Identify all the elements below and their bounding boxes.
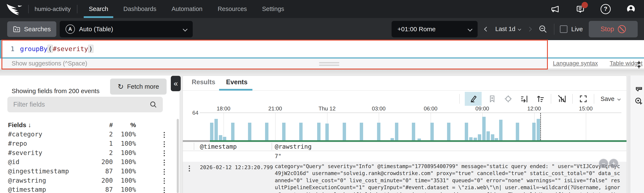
- rawstring-column-header[interactable]: @rawstring: [275, 143, 312, 150]
- histogram-bar[interactable]: [390, 138, 394, 140]
- field-row[interactable]: @rawstring200100%: [0, 176, 180, 185]
- annotate-pencil-button[interactable]: [465, 92, 482, 106]
- timestamp-column-header[interactable]: @timestamp: [200, 143, 237, 150]
- histogram-bar[interactable]: [265, 123, 268, 140]
- field-row[interactable]: @ingesttimestamp87100%: [0, 167, 180, 176]
- histogram-bar[interactable]: [219, 135, 222, 140]
- save-button[interactable]: Save: [599, 95, 622, 102]
- histogram-bar[interactable]: [532, 123, 536, 140]
- announcements-megaphone-icon[interactable]: [550, 4, 560, 14]
- live-checkbox[interactable]: [560, 25, 568, 33]
- repository-name[interactable]: humio-activity: [34, 6, 71, 13]
- account-avatar-icon[interactable]: [626, 4, 636, 14]
- notifications-message-icon[interactable]: [575, 4, 586, 14]
- field-menu-kebab-icon[interactable]: [164, 187, 165, 188]
- histogram-bar[interactable]: [491, 134, 494, 140]
- histogram-bar[interactable]: [343, 123, 346, 140]
- live-toggle[interactable]: Live: [560, 25, 583, 33]
- histogram-bar[interactable]: [317, 123, 320, 140]
- jump-to-line-button[interactable]: [519, 92, 530, 106]
- nav-item-resources[interactable]: Resources: [216, 0, 248, 18]
- tab-events[interactable]: Events: [226, 78, 248, 86]
- fields-column-header[interactable]: Fields ↓: [0, 121, 101, 129]
- help-icon[interactable]: ?: [600, 4, 611, 14]
- panel-scrollbar-track[interactable]: [627, 76, 630, 193]
- table-row-partial[interactable]: 7": [183, 151, 626, 162]
- sort-ascending-button[interactable]: [535, 92, 546, 106]
- view-mode-dropdown[interactable]: A Auto (Table): [60, 21, 193, 37]
- field-row[interactable]: #category2100%: [0, 130, 180, 139]
- sidebar-scrollbar[interactable]: [177, 119, 179, 193]
- histogram-bar[interactable]: [412, 123, 415, 140]
- histogram-bar[interactable]: [478, 134, 481, 140]
- language-syntax-link[interactable]: Language syntax: [553, 60, 598, 67]
- histogram-bar[interactable]: [486, 131, 490, 140]
- hide-histogram-button[interactable]: [556, 92, 567, 106]
- histogram-bar[interactable]: [474, 138, 477, 140]
- histogram-bar[interactable]: [499, 120, 502, 140]
- nav-item-automation[interactable]: Automation: [170, 0, 204, 18]
- field-menu-kebab-icon[interactable]: [164, 178, 165, 179]
- time-forward-chevron-icon[interactable]: [527, 27, 532, 32]
- collapse-editor-icon[interactable]: [634, 60, 644, 69]
- time-back-chevron-icon[interactable]: [484, 27, 489, 32]
- click-target-icon[interactable]: [634, 97, 644, 106]
- histogram-bar[interactable]: [465, 123, 468, 140]
- field-menu-kebab-icon[interactable]: [164, 132, 165, 133]
- horizontal-scrollbar-track[interactable]: [183, 140, 626, 142]
- field-menu-kebab-icon[interactable]: [164, 141, 165, 142]
- filter-fields-input[interactable]: [13, 101, 149, 109]
- nav-item-search[interactable]: Search: [88, 0, 110, 18]
- histogram-bar[interactable]: [299, 123, 302, 140]
- searches-button[interactable]: Searches: [7, 21, 56, 37]
- histogram-bar[interactable]: [360, 123, 363, 140]
- zoom-in-circle-icon[interactable]: +: [609, 159, 618, 168]
- histogram-bar[interactable]: [469, 137, 472, 140]
- field-menu-kebab-icon[interactable]: [164, 169, 165, 170]
- histogram-bar[interactable]: [248, 123, 251, 140]
- stop-button[interactable]: Stop: [589, 21, 638, 37]
- query-editor[interactable]: 1 groupBy(#severity): [0, 40, 644, 57]
- fullscreen-button[interactable]: [578, 92, 589, 106]
- collapse-sidebar-button[interactable]: «: [171, 76, 181, 91]
- histogram-bar[interactable]: [377, 123, 380, 140]
- histogram-bar[interactable]: [210, 123, 214, 140]
- field-menu-kebab-icon[interactable]: [164, 150, 165, 152]
- suggestions-bar[interactable]: Show suggestions (^Space): [0, 59, 548, 68]
- zoom-out-time-icon[interactable]: [538, 25, 548, 34]
- crosshair-button[interactable]: [503, 92, 514, 106]
- histogram-bar[interactable]: [325, 123, 329, 140]
- histogram-bar[interactable]: [537, 119, 540, 140]
- histogram-bar[interactable]: [231, 123, 234, 140]
- bookmark-remove-button[interactable]: [487, 92, 498, 106]
- histogram-plot[interactable]: 18:0021:00Thu 1203:0006:0009:0012:0015:0…: [200, 113, 622, 140]
- histogram-bar[interactable]: [395, 123, 398, 140]
- tab-results[interactable]: Results: [192, 78, 215, 86]
- field-row[interactable]: @timestamp87100%: [0, 185, 180, 193]
- horizontal-scrollbar-thumb[interactable]: [210, 140, 626, 142]
- histogram-bar[interactable]: [516, 123, 519, 140]
- histogram-bar[interactable]: [418, 138, 421, 140]
- histogram-bar[interactable]: [430, 123, 434, 140]
- field-row[interactable]: #severity2100%: [0, 148, 180, 157]
- field-row[interactable]: @id200100%: [0, 157, 180, 167]
- histogram-bar[interactable]: [495, 138, 498, 140]
- histogram-bar[interactable]: [214, 119, 218, 140]
- histogram-bar[interactable]: [282, 123, 286, 140]
- histogram-bar[interactable]: [482, 117, 486, 140]
- editor-resize-handle[interactable]: [319, 62, 339, 67]
- nav-item-settings[interactable]: Settings: [261, 0, 286, 18]
- fetch-more-button[interactable]: ↻ Fetch more: [110, 79, 166, 95]
- count-column-header[interactable]: #: [101, 121, 113, 129]
- field-row[interactable]: #repo1100%: [0, 139, 180, 148]
- field-menu-kebab-icon[interactable]: [164, 160, 165, 161]
- timezone-dropdown[interactable]: +01:00 Rome: [392, 21, 478, 37]
- zoom-out-circle-icon[interactable]: −: [599, 159, 608, 168]
- table-row[interactable]: 2026-02-12 12:23:20.799 category="Query"…: [183, 162, 626, 193]
- row-menu-kebab-icon[interactable]: [189, 165, 190, 167]
- nav-item-dashboards[interactable]: Dashboards: [122, 0, 158, 18]
- histogram-bar[interactable]: [447, 123, 450, 140]
- brush-style-icon[interactable]: [634, 84, 644, 93]
- crowdstrike-falcon-logo-icon[interactable]: [6, 3, 23, 16]
- histogram-bar[interactable]: [223, 137, 226, 140]
